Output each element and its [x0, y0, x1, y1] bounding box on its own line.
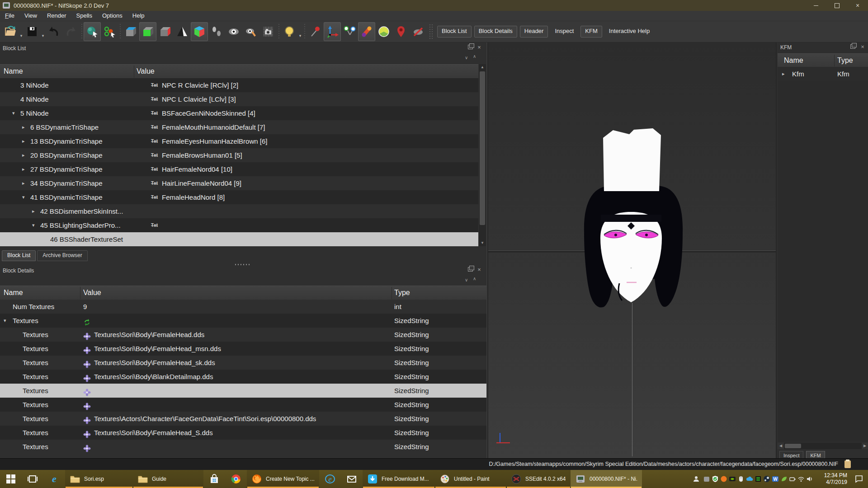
- field-value[interactable]: Textures\Sori\Body\FemaleHead_msn.dds: [94, 342, 221, 356]
- block-details-row[interactable]: TexturesSizedString: [0, 440, 486, 454]
- open-dropdown-icon[interactable]: ▾: [19, 23, 24, 41]
- block-details-row[interactable]: Num Textures9int: [0, 300, 486, 314]
- show-markers-icon[interactable]: [358, 22, 375, 41]
- taskbar-edge[interactable]: e: [43, 470, 65, 488]
- block-details-scroll-up-icon[interactable]: ∧: [473, 276, 476, 281]
- contacts-icon[interactable]: [690, 470, 702, 488]
- menu-file[interactable]: File: [0, 11, 19, 21]
- field-value[interactable]: Textures\Sori\Body\FemaleHead_S.dds: [94, 426, 213, 440]
- taskbar-clock[interactable]: 12:34 PM 4/7/2019: [817, 472, 847, 486]
- block-list-close-icon[interactable]: ×: [476, 44, 483, 51]
- show-nodes-icon[interactable]: [307, 22, 324, 41]
- block-details-close-icon[interactable]: ×: [476, 266, 483, 273]
- block-details-row[interactable]: TexturesSizedString: [0, 384, 486, 398]
- edit-mode-icon[interactable]: [242, 22, 259, 41]
- block-list-row[interactable]: ▸13 BSDynamicTriShapeTxtFemaleEyesHumanH…: [0, 134, 478, 148]
- toolbar-button-inspect[interactable]: Inspect: [551, 26, 578, 37]
- taskbar-firefox[interactable]: Create New Topic ...: [247, 470, 319, 488]
- block-list-row[interactable]: ▸34 BSDynamicTriShapeTxtHairLineFemaleNo…: [0, 176, 478, 190]
- minimize-button[interactable]: [806, 0, 826, 11]
- field-value[interactable]: 9: [83, 300, 87, 314]
- view-top-icon[interactable]: [122, 22, 139, 41]
- steam-icon[interactable]: [762, 470, 771, 488]
- action-center-icon[interactable]: [850, 474, 868, 483]
- expand-icon[interactable]: ▸: [22, 148, 25, 162]
- field-value[interactable]: Textures\Sori\Body\FemaleHead_sk.dds: [94, 356, 215, 370]
- block-list-row[interactable]: 3 NiNodeTxtNPC R Clavicle [RClv] [2]: [0, 78, 478, 92]
- block-list-scroll-down-icon[interactable]: ∨: [465, 55, 468, 60]
- tab-archive-browser[interactable]: Archive Browser: [37, 250, 87, 261]
- taskbar-fdm[interactable]: Free Download M...: [363, 470, 435, 488]
- nvidia-icon[interactable]: [728, 470, 736, 488]
- block-details-row[interactable]: TexturesTextures\Sori\Body\FemaleHead_S.…: [0, 426, 486, 440]
- kfm-row[interactable]: ▸ Kfm Kfm: [778, 67, 868, 81]
- view-perspective-icon[interactable]: [191, 22, 208, 41]
- avast-icon[interactable]: [719, 470, 728, 488]
- column-header-name[interactable]: Name: [784, 54, 803, 67]
- collapse-icon[interactable]: ▾: [4, 314, 6, 328]
- field-value[interactable]: Textures\Sori\Body\BlankDetailmap.dds: [94, 370, 213, 384]
- block-list-scroll-up-icon[interactable]: ∧: [473, 54, 476, 59]
- select-object-icon[interactable]: [84, 22, 101, 41]
- save-icon[interactable]: [24, 22, 41, 41]
- block-list-row[interactable]: 46 BSShaderTextureSet: [0, 232, 478, 246]
- taskbar-ie[interactable]: e: [319, 470, 341, 488]
- kfm-hscrollbar[interactable]: ◀ ▶: [778, 443, 868, 449]
- maximize-button[interactable]: [826, 0, 847, 11]
- view-user-icon[interactable]: [174, 22, 191, 41]
- toolbar-button-interactive-help[interactable]: Interactive Help: [605, 26, 654, 37]
- expand-icon[interactable]: ▸: [22, 120, 25, 134]
- screenshot-icon[interactable]: [259, 22, 277, 41]
- show-hidden-icon[interactable]: [225, 22, 242, 41]
- redo-icon[interactable]: [62, 22, 80, 41]
- column-header-value[interactable]: Value: [83, 286, 101, 300]
- defender-icon[interactable]: [711, 470, 719, 488]
- dock-splitter-handle[interactable]: [235, 264, 250, 265]
- app-window-icon[interactable]: [702, 470, 711, 488]
- toolbar-button-block-list[interactable]: Block List: [437, 26, 472, 38]
- menu-help[interactable]: Help: [127, 11, 150, 21]
- expand-icon[interactable]: ▸: [22, 176, 25, 190]
- block-list-row[interactable]: ▸27 BSDynamicTriShapeTxtHairFemaleNord04…: [0, 162, 478, 176]
- open-icon[interactable]: [2, 22, 19, 41]
- render-viewport[interactable]: [487, 42, 777, 458]
- taskbar-ssedit[interactable]: SSEdit 4.0.2 x64: [506, 470, 571, 488]
- title-bar[interactable]: 00000800.NIF* - NifSkope 2.0 Dev 7 ×: [0, 0, 868, 11]
- block-list-row[interactable]: ▾41 BSDynamicTriShapeTxtFemaleHeadNord […: [0, 190, 478, 204]
- field-value[interactable]: Textures\Actors\Character\FaceGenData\Fa…: [94, 412, 316, 426]
- volume-icon[interactable]: [805, 470, 814, 488]
- collapse-icon[interactable]: ▾: [12, 106, 15, 120]
- taskbar-paint[interactable]: Untitled - Paint: [435, 470, 506, 488]
- view-front-icon[interactable]: [139, 22, 156, 41]
- toolbar-button-header[interactable]: Header: [520, 26, 548, 38]
- wifi-icon[interactable]: [797, 470, 805, 488]
- block-list-row[interactable]: ▸20 BSDynamicTriShapeTxtFemaleBrowsHuman…: [0, 148, 478, 162]
- menu-render[interactable]: Render: [42, 11, 71, 21]
- block-list-row[interactable]: 4 NiNodeTxtNPC L Clavicle [LClv] [3]: [0, 92, 478, 106]
- menu-options[interactable]: Options: [97, 11, 127, 21]
- expand-icon[interactable]: ▸: [22, 134, 25, 148]
- block-details-row[interactable]: TexturesTextures\Sori\Body\FemaleHead.dd…: [0, 328, 486, 342]
- block-details-row[interactable]: TexturesTextures\Sori\Body\FemaleHead_sk…: [0, 356, 486, 370]
- column-header-name[interactable]: Name: [4, 65, 23, 78]
- column-header-type[interactable]: Type: [394, 286, 410, 300]
- silhouette-icon[interactable]: [375, 22, 392, 41]
- taskbar-store[interactable]: [203, 470, 225, 488]
- block-list-row[interactable]: ▾5 NiNodeTxtBSFaceGenNiNodeSkinned [4]: [0, 106, 478, 120]
- taskbar-mail[interactable]: [341, 470, 363, 488]
- block-details-row[interactable]: ▾TexturesSizedString: [0, 314, 486, 328]
- power-icon[interactable]: [788, 470, 797, 488]
- show-havok-icon[interactable]: [392, 22, 410, 41]
- block-details-row[interactable]: TexturesSizedString: [0, 398, 486, 412]
- field-value[interactable]: Textures\Sori\Body\FemaleHead.dds: [94, 328, 204, 342]
- taskbar-nifskope[interactable]: 00000800.NIF* - Ni...: [571, 470, 642, 488]
- tab-block-list[interactable]: Block List: [2, 250, 36, 261]
- block-details-scroll-down-icon[interactable]: ∨: [465, 277, 468, 282]
- expand-icon[interactable]: ▸: [22, 162, 25, 176]
- view-side-icon[interactable]: [156, 22, 174, 41]
- toolbar-button-block-details[interactable]: Block Details: [474, 26, 517, 38]
- block-list-row[interactable]: ▸42 BSDismemberSkinInst...: [0, 204, 478, 218]
- wordweb-icon[interactable]: W: [771, 470, 779, 488]
- taskbar-guide-folder[interactable]: Guide: [133, 470, 203, 488]
- collapse-icon[interactable]: ▾: [22, 190, 25, 204]
